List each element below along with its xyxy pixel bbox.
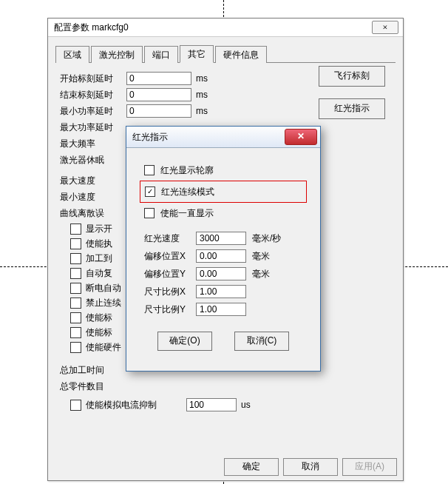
- sub-title: 红光指示: [132, 131, 168, 144]
- unit: ms: [196, 73, 208, 84]
- check-label: 断电自动: [86, 282, 121, 295]
- tab-port[interactable]: 端口: [144, 46, 178, 63]
- always-show-checkbox[interactable]: [144, 208, 155, 218]
- tab-strip: 区域 激光控制 端口 其它 硬件信息: [55, 44, 396, 63]
- offset-x-input[interactable]: [196, 249, 246, 263]
- checkbox[interactable]: [70, 298, 81, 309]
- unit: 毫米: [252, 268, 270, 280]
- check-label: 使能一直显示: [160, 207, 214, 220]
- close-button[interactable]: ⨉: [372, 21, 398, 34]
- checkbox[interactable]: [70, 223, 81, 235]
- sub-label: 偏移位置Y: [144, 268, 196, 280]
- check-label: 禁止连续: [86, 297, 121, 309]
- start-delay-input[interactable]: [126, 72, 191, 85]
- checkbox[interactable]: [70, 238, 81, 249]
- check-label: 自动复: [86, 267, 112, 280]
- check-label: 使能标: [86, 312, 112, 324]
- scale-y-input[interactable]: [196, 303, 246, 316]
- sub-ok-button[interactable]: 确定(O): [157, 332, 212, 351]
- analog-checkbox[interactable]: [70, 400, 81, 411]
- sub-label: 尺寸比例Y: [144, 303, 196, 316]
- red-speed-input[interactable]: [196, 232, 246, 245]
- sub-label: 红光速度: [144, 232, 196, 245]
- scale-x-input[interactable]: [196, 285, 246, 298]
- dialog-buttons: 确定 取消 应用(A): [224, 458, 397, 476]
- red-light-button[interactable]: 红光指示: [319, 98, 385, 119]
- sub-label: 偏移位置X: [144, 250, 196, 263]
- titlebar: 配置参数 markcfg0 ⨉: [48, 19, 403, 37]
- param-label: 激光器休眠: [60, 154, 126, 167]
- analog-input[interactable]: [186, 398, 237, 411]
- checkbox[interactable]: [70, 283, 81, 294]
- unit: us: [241, 400, 251, 410]
- unit: ms: [196, 90, 208, 100]
- sub-body: 红光显示轮廓 ✓红光连续模式 使能一直显示 红光速度毫米/秒 偏移位置X毫米 偏…: [126, 148, 320, 357]
- min-power-delay-input[interactable]: [126, 104, 191, 118]
- speed-label: 最大速度: [60, 175, 126, 187]
- sub-titlebar: 红光指示 ✕: [126, 127, 320, 148]
- continuous-checkbox[interactable]: ✓: [145, 186, 155, 197]
- checkbox[interactable]: [70, 268, 81, 279]
- highlight-box: ✓红光连续模式: [140, 181, 307, 203]
- end-delay-input[interactable]: [126, 88, 191, 101]
- check-label: 使能硬件: [86, 341, 121, 354]
- ok-button[interactable]: 确定: [224, 458, 279, 476]
- checkbox[interactable]: [70, 327, 81, 338]
- checkbox[interactable]: [70, 253, 81, 264]
- tab-laser[interactable]: 激光控制: [91, 46, 143, 63]
- total-label: 总零件数目: [60, 380, 126, 393]
- fly-mark-button[interactable]: 飞行标刻: [319, 66, 385, 87]
- param-label: 开始标刻延时: [60, 73, 126, 85]
- speed-label: 最小速度: [60, 191, 126, 204]
- apply-button[interactable]: 应用(A): [342, 458, 397, 476]
- red-light-dialog: 红光指示 ✕ 红光显示轮廓 ✓红光连续模式 使能一直显示 红光速度毫米/秒 偏移…: [126, 126, 321, 372]
- total-label: 总加工时间: [60, 364, 126, 377]
- unit: ms: [196, 106, 208, 116]
- sub-cancel-button[interactable]: 取消(C): [234, 332, 289, 351]
- tab-hardware[interactable]: 硬件信息: [215, 46, 267, 63]
- param-label: 最大功率延时: [60, 121, 126, 134]
- check-label: 使能标: [86, 326, 112, 339]
- sub-close-button[interactable]: ✕: [285, 129, 317, 145]
- unit: 毫米/秒: [252, 232, 281, 245]
- tab-region[interactable]: 区域: [55, 46, 89, 63]
- contour-checkbox[interactable]: [144, 165, 155, 175]
- check-label: 加工到: [86, 252, 112, 265]
- tab-other[interactable]: 其它: [180, 45, 214, 63]
- param-label: 最小功率延时: [60, 105, 126, 118]
- offset-y-input[interactable]: [196, 267, 246, 280]
- check-label: 使能执: [86, 238, 112, 250]
- unit: 毫米: [252, 250, 270, 263]
- dialog-title: 配置参数 markcfg0: [54, 22, 129, 33]
- param-label: 结束标刻延时: [60, 89, 126, 101]
- check-label: 显示开: [86, 223, 112, 235]
- check-label: 红光连续模式: [161, 186, 214, 198]
- check-label: 红光显示轮廓: [160, 164, 214, 177]
- sub-label: 尺寸比例X: [144, 286, 196, 298]
- sub-buttons: 确定(O) 取消(C): [140, 332, 307, 351]
- checkbox[interactable]: [70, 342, 81, 353]
- checkbox[interactable]: [70, 312, 81, 323]
- analog-label: 使能模拟电流抑制: [86, 399, 157, 411]
- cancel-button[interactable]: 取消: [283, 458, 338, 476]
- param-label: 最大频率: [60, 138, 126, 150]
- speed-label: 曲线离散误: [60, 207, 126, 220]
